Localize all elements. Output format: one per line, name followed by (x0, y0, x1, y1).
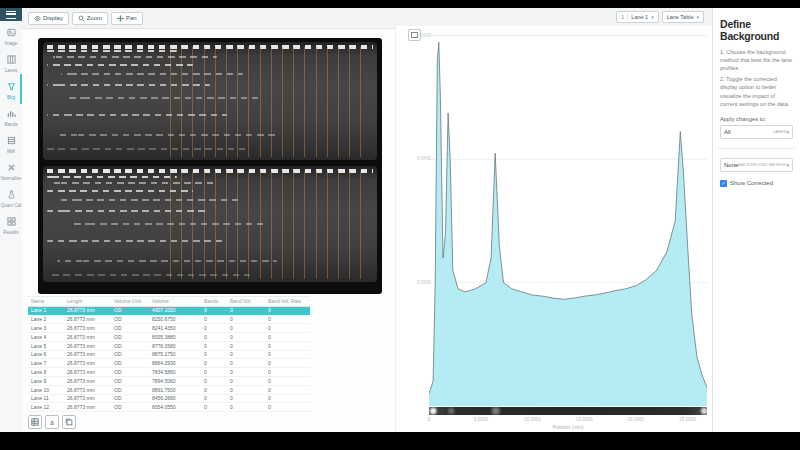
table-cell: 0 (201, 404, 227, 410)
show-corrected-checkbox[interactable]: ✓ Show Corrected (720, 180, 793, 187)
column-header[interactable]: Volume Unit (111, 298, 149, 304)
x-axis-tick-label: 15.0000 (576, 417, 593, 422)
table-cell: 0 (227, 307, 265, 313)
sidebar-item-bkg[interactable]: Bkg (0, 76, 22, 102)
gel-image-view[interactable] (38, 38, 382, 294)
view-selector-dropdown[interactable]: Lane Table ▾ (662, 11, 704, 23)
grid-view-icon (31, 418, 39, 426)
sidebar-item-normalize[interactable]: Normalize (0, 157, 22, 183)
text-label-button[interactable]: a (45, 415, 59, 429)
lanes-select[interactable]: All LANES ▾ (720, 125, 793, 139)
table-cell: 0 (265, 413, 310, 414)
lane-controls: 1 Lane 1 ▾ Lane Table ▾ (616, 11, 704, 23)
table-row[interactable]: Lane 526.8773 mmOD8778.0580000 (28, 342, 310, 351)
table-cell: Lane 3 (28, 325, 64, 331)
sidebar-item-lanes[interactable]: Lanes (0, 49, 22, 75)
table-cell: OD (111, 316, 149, 322)
table-cell: 0 (227, 325, 265, 331)
table-cell: 0 (227, 413, 265, 414)
table-cell: 0 (201, 395, 227, 401)
column-header[interactable]: Band Vol. Raw (265, 298, 310, 304)
table-row[interactable]: Lane 1026.8773 mmOD8891.7500000 (28, 386, 310, 395)
sidebar-item-label: Normalize (1, 177, 22, 182)
grid-view-button[interactable] (28, 415, 42, 429)
sidebar-item-bands[interactable]: Bands (0, 103, 22, 129)
pan-button[interactable]: Pan (111, 12, 143, 25)
chevron-down-icon: ▾ (696, 14, 699, 20)
table-row[interactable]: Lane 1126.8773 mmOD8456.2660000 (28, 395, 310, 404)
column-header[interactable]: Name (28, 298, 64, 304)
copy-table-icon (65, 418, 73, 426)
table-cell: Lane 2 (28, 316, 64, 322)
table-cell: 8864.2930 (149, 360, 201, 366)
table-row[interactable]: Lane 626.8773 mmOD8875.1750000 (28, 351, 310, 360)
y-axis-tick-label: 0.0600 (417, 33, 431, 38)
table-cell: 0 (201, 378, 227, 384)
background-method-select[interactable]: None BACKGROUND METHOD ▾ (720, 158, 793, 172)
hamburger-icon (6, 11, 16, 19)
mw-icon (7, 131, 16, 149)
table-cell: 26.8773 mm (64, 395, 111, 401)
table-cell: OD (111, 404, 149, 410)
table-cell: 0 (265, 307, 310, 313)
method-select-caption: BACKGROUND METHOD (738, 163, 786, 167)
chevron-down-icon: ▾ (786, 129, 789, 135)
table-row[interactable]: Lane 126.8773 mmOD4307.1050000 (28, 307, 310, 316)
lane-profile-plot[interactable] (429, 35, 707, 406)
table-row[interactable]: Lane 726.8773 mmOD8864.2930000 (28, 359, 310, 368)
table-row[interactable]: Lane 426.8773 mmOD8005.3880000 (28, 333, 310, 342)
table-cell: 0 (201, 360, 227, 366)
lane-boundary-overlay (170, 47, 370, 157)
table-cell: 0 (265, 369, 310, 375)
lane-selector[interactable]: 1 Lane 1 ▾ (616, 11, 658, 23)
table-cell: Lane 1 (28, 307, 64, 313)
table-row[interactable]: Lane 326.8773 mmOD8241.4350000 (28, 324, 310, 333)
lane-index: 1 (621, 14, 628, 20)
table-cell: Lane 8 (28, 369, 64, 375)
lane-table: NameLengthVolume UnitVolumeBandsBand Vol… (28, 296, 310, 414)
toolbar-button-label: Pan (126, 15, 137, 21)
table-row[interactable]: Lane 926.8773 mmOD7894.5060000 (28, 377, 310, 386)
display-button[interactable]: Display (28, 12, 69, 25)
copy-table-button[interactable] (62, 415, 76, 429)
table-cell: 0 (265, 387, 310, 393)
sidebar-item-image[interactable]: Image (0, 22, 22, 48)
hamburger-menu-button[interactable] (0, 8, 22, 21)
table-row[interactable]: Lane 826.8773 mmOD7834.5860000 (28, 368, 310, 377)
toolbar-button-label: Zoom (87, 15, 102, 21)
zoom-button[interactable]: Zoom (72, 12, 108, 25)
table-cell: 8005.3880 (149, 334, 201, 340)
sidebar-item-quant-cal[interactable]: Quant Cal (0, 184, 22, 210)
sidebar-item-results[interactable]: Results (0, 211, 22, 237)
x-axis-title: Position (mm) (429, 424, 707, 430)
table-cell: 0 (201, 334, 227, 340)
table-header-row: NameLengthVolume UnitVolumeBandsBand Vol… (28, 297, 310, 307)
table-cell: OD (111, 351, 149, 357)
table-row[interactable]: Lane 1326.2013 mmOD6714.3810000 (28, 412, 310, 414)
table-cell: 0 (201, 307, 227, 313)
show-corrected-label: Show Corrected (730, 180, 773, 186)
table-row[interactable]: Lane 1226.8773 mmOD8054.0550000 (28, 403, 310, 412)
table-row[interactable]: Lane 226.8773 mmOD8250.6750000 (28, 315, 310, 324)
table-cell: 0 (201, 369, 227, 375)
table-cell: OD (111, 307, 149, 313)
results-grid-icon (7, 212, 16, 230)
chevron-down-icon: ▾ (651, 14, 654, 20)
column-header[interactable]: Length (64, 298, 111, 304)
table-cell: OD (111, 343, 149, 349)
pan-move-icon (117, 15, 124, 22)
table-cell: OD (111, 387, 149, 393)
table-cell: 0 (265, 334, 310, 340)
column-header[interactable]: Band Vol. (227, 298, 265, 304)
checkbox-check-icon: ✓ (720, 180, 727, 187)
column-header[interactable]: Bands (201, 298, 227, 304)
table-cell: 7894.5060 (149, 378, 201, 384)
sidebar-item-label: MW (7, 150, 15, 155)
sidebar-item-mw[interactable]: MW (0, 130, 22, 156)
column-header[interactable]: Volume (149, 298, 201, 304)
table-cell: 0 (201, 325, 227, 331)
table-cell: 0 (265, 343, 310, 349)
table-cell: 26.8773 mm (64, 404, 111, 410)
method-select-value: None (724, 162, 738, 168)
table-cell: 0 (265, 325, 310, 331)
